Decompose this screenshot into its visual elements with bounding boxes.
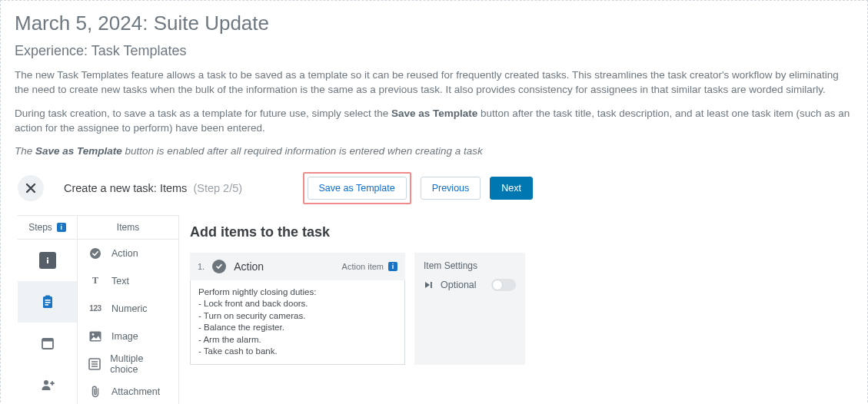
- settings-title: Item Settings: [424, 260, 516, 271]
- close-icon: [25, 183, 36, 194]
- numeric-icon: 123: [88, 304, 102, 313]
- wizard-actions: Save as Template Previous Next: [303, 172, 533, 204]
- list-check-icon: [88, 358, 101, 370]
- optional-label: Optional: [441, 280, 477, 290]
- step-forward-icon: [424, 280, 433, 290]
- task-item-header: 1. Action Action item i: [190, 253, 405, 280]
- item-type-text[interactable]: T Text: [78, 267, 178, 295]
- items-column-header: Items: [78, 215, 178, 240]
- intro-paragraph-1: The new Task Templates feature allows a …: [15, 68, 853, 98]
- add-person-icon: [39, 376, 56, 393]
- item-meta: Action item i: [342, 262, 397, 271]
- wizard-body: Steps i: [18, 215, 533, 404]
- item-settings-panel: Item Settings Optional: [414, 253, 525, 365]
- text-icon: T: [88, 275, 102, 286]
- inline-bold: Save as Template: [391, 108, 477, 119]
- item-type-image[interactable]: Image: [78, 323, 178, 350]
- svg-point-9: [44, 380, 48, 385]
- wizard-title: Create a new task: Items (Step 2/5): [64, 182, 242, 194]
- wizard-header: Create a new task: Items (Step 2/5) Save…: [18, 167, 533, 215]
- steps-column-header: Steps i: [18, 215, 77, 240]
- wizard-screenshot: Create a new task: Items (Step 2/5) Save…: [18, 167, 533, 404]
- paperclip-icon: [88, 386, 102, 398]
- image-icon: [88, 331, 102, 342]
- step-info[interactable]: [18, 240, 77, 281]
- item-type-numeric[interactable]: 123 Numeric: [78, 295, 178, 323]
- svg-rect-5: [45, 302, 50, 303]
- previous-button[interactable]: Previous: [421, 177, 481, 200]
- steps-column: Steps i: [18, 215, 78, 404]
- svg-rect-6: [45, 304, 48, 306]
- step-items[interactable]: [18, 281, 77, 323]
- svg-point-10: [90, 248, 101, 259]
- intro-paragraph-2: During task creation, to save a task as …: [15, 107, 853, 136]
- optional-setting-row: Optional: [424, 279, 516, 291]
- callout-highlight: Save as Template: [303, 172, 411, 204]
- main-title: Add items to the task: [190, 224, 533, 240]
- svg-point-12: [92, 333, 95, 336]
- svg-rect-1: [47, 260, 48, 263]
- close-button[interactable]: [18, 175, 44, 201]
- step-assignees[interactable]: [18, 364, 77, 404]
- svg-rect-8: [42, 339, 53, 342]
- calendar-icon: [39, 335, 56, 352]
- item-type-multiple-choice[interactable]: Multiple choice: [78, 350, 178, 378]
- page-title: March 5, 2024: Suite Update: [15, 12, 853, 35]
- item-type-label: Action: [234, 260, 264, 273]
- svg-rect-14: [431, 282, 432, 288]
- item-type-action[interactable]: Action: [78, 240, 178, 267]
- item-type-attachment[interactable]: Attachment: [78, 378, 178, 404]
- wizard-step-indicator: (Step 2/5): [193, 182, 242, 194]
- svg-rect-4: [45, 300, 50, 301]
- optional-toggle[interactable]: [491, 279, 516, 291]
- info-icon[interactable]: i: [388, 262, 397, 271]
- save-as-template-button[interactable]: Save as Template: [308, 177, 407, 200]
- section-title: Experience: Task Templates: [15, 43, 853, 59]
- next-button[interactable]: Next: [490, 177, 533, 200]
- info-square-icon: [39, 252, 56, 269]
- item-body-textarea[interactable]: Perform nightly closing duties: - Lock f…: [190, 280, 405, 365]
- svg-rect-0: [47, 257, 48, 259]
- clipboard-icon: [39, 293, 56, 310]
- item-number: 1.: [198, 262, 205, 271]
- items-column: Items Action T Text 123 Nu: [78, 215, 179, 404]
- step-schedule[interactable]: [18, 323, 77, 364]
- main-column: Add items to the task 1. Action Action i…: [179, 215, 533, 404]
- check-circle-icon: [88, 247, 102, 260]
- check-circle-icon: [212, 260, 226, 273]
- svg-rect-3: [45, 295, 50, 297]
- info-icon[interactable]: i: [57, 223, 66, 232]
- task-item-card: 1. Action Action item i Perform nightly …: [190, 253, 405, 365]
- figure-caption: The Save as Template button is enabled a…: [15, 145, 853, 157]
